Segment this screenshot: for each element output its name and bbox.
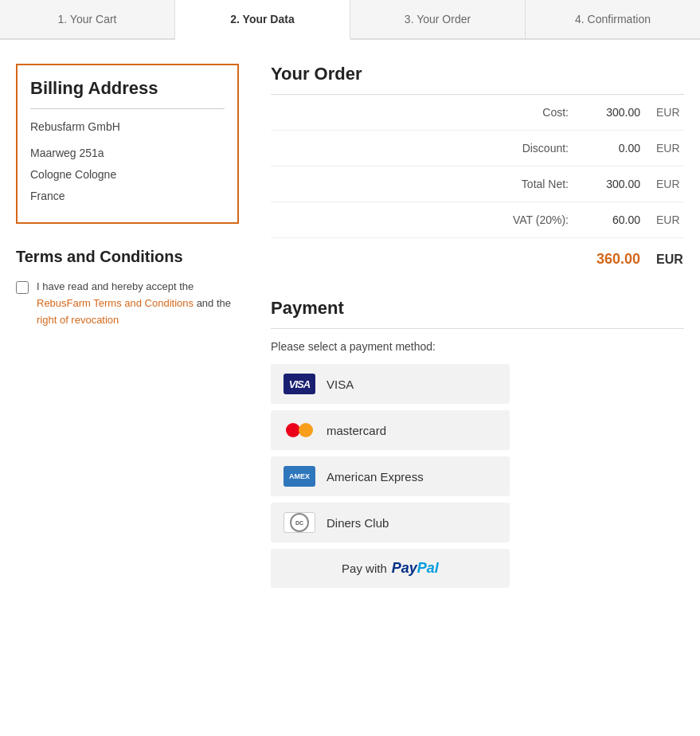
- billing-company: Rebusfarm GmbH: [30, 119, 225, 135]
- diners-icon: DC: [284, 512, 315, 533]
- payment-prompt: Please select a payment method:: [271, 340, 684, 353]
- amex-icon: AMEX: [284, 466, 315, 487]
- payment-mastercard-button[interactable]: mastercard: [271, 410, 510, 450]
- order-cost-amount: 300.00: [585, 106, 640, 119]
- billing-title: Billing Address: [30, 78, 225, 109]
- paypal-blue-text: Pay: [392, 560, 417, 576]
- order-cost-currency: EUR: [656, 106, 684, 119]
- billing-address-box: Billing Address Rebusfarm GmbH Maarweg 2…: [16, 64, 239, 224]
- billing-address-line2: Cologne Cologne: [30, 166, 225, 183]
- order-total-currency: EUR: [656, 253, 684, 267]
- terms-checkbox[interactable]: [16, 281, 29, 294]
- right-column: Your Order Cost: 300.00 EUR Discount: 0.…: [271, 64, 684, 594]
- terms-text: I have read and hereby accept the RebusF…: [37, 279, 239, 328]
- order-section: Your Order Cost: 300.00 EUR Discount: 0.…: [271, 64, 684, 274]
- order-totalnet-amount: 300.00: [585, 178, 640, 190]
- order-row-total-net: Total Net: 300.00 EUR: [271, 166, 684, 202]
- order-vat-amount: 60.00: [585, 213, 640, 226]
- mastercard-icon: [284, 420, 315, 440]
- terms-section: Terms and Conditions I have read and her…: [16, 248, 239, 328]
- main-content: Billing Address Rebusfarm GmbH Maarweg 2…: [0, 40, 700, 618]
- checkout-steps: 1. Your Cart 2. Your Data 3. Your Order …: [0, 0, 700, 40]
- terms-title: Terms and Conditions: [16, 248, 239, 266]
- order-title: Your Order: [271, 64, 684, 95]
- terms-checkbox-row: I have read and hereby accept the RebusF…: [16, 279, 239, 328]
- left-column: Billing Address Rebusfarm GmbH Maarweg 2…: [16, 64, 239, 594]
- order-row-vat: VAT (20%): 60.00 EUR: [271, 202, 684, 238]
- paypal-logo: PayPal: [392, 560, 439, 577]
- paypal-pre-text: Pay with: [342, 562, 387, 575]
- order-vat-label: VAT (20%):: [497, 213, 569, 226]
- payment-diners-button[interactable]: DC Diners Club: [271, 503, 510, 542]
- order-cost-label: Cost:: [497, 106, 569, 119]
- step-your-data[interactable]: 2. Your Data: [175, 0, 350, 40]
- order-discount-label: Discount:: [497, 142, 569, 155]
- order-row-discount: Discount: 0.00 EUR: [271, 131, 684, 166]
- order-discount-amount: 0.00: [585, 142, 640, 155]
- amex-label: American Express: [327, 470, 424, 483]
- payment-section: Payment Please select a payment method: …: [271, 298, 684, 588]
- order-discount-currency: EUR: [656, 142, 684, 155]
- billing-country: France: [30, 188, 225, 205]
- billing-address-line1: Maarweg 251a: [30, 145, 225, 162]
- step-confirmation[interactable]: 4. Confirmation: [526, 0, 700, 38]
- visa-label: VISA: [327, 378, 354, 391]
- step-your-order[interactable]: 3. Your Order: [350, 0, 526, 38]
- mastercard-label: mastercard: [327, 424, 386, 437]
- order-total-amount: 360.00: [585, 251, 640, 268]
- order-totalnet-currency: EUR: [656, 178, 684, 190]
- order-total-row: 360.00 EUR: [271, 238, 684, 274]
- payment-title: Payment: [271, 298, 684, 329]
- order-totalnet-label: Total Net:: [497, 178, 569, 190]
- payment-visa-button[interactable]: VISA VISA: [271, 364, 510, 404]
- order-vat-currency: EUR: [656, 213, 684, 226]
- diners-label: Diners Club: [327, 516, 389, 530]
- payment-amex-button[interactable]: AMEX American Express: [271, 456, 510, 496]
- revocation-link[interactable]: right of revocation: [37, 314, 119, 326]
- order-row-cost: Cost: 300.00 EUR: [271, 95, 684, 131]
- paypal-light-text: Pal: [417, 560, 439, 576]
- terms-link[interactable]: RebusFarm Terms and Conditions: [37, 297, 194, 309]
- step-cart[interactable]: 1. Your Cart: [0, 0, 175, 38]
- visa-icon: VISA: [284, 374, 315, 394]
- payment-paypal-button[interactable]: Pay with PayPal: [271, 549, 510, 588]
